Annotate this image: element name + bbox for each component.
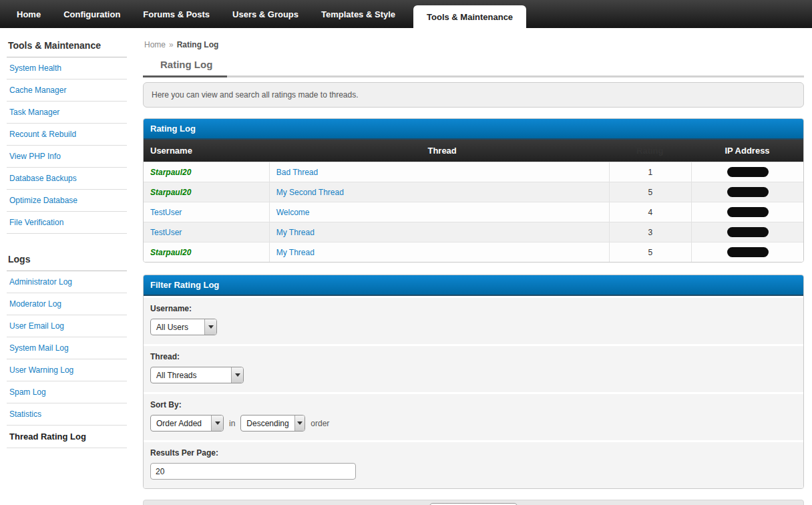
filter-row-username: Username: All Users xyxy=(144,298,803,344)
table-row: TestUser Welcome 4 xyxy=(144,202,803,222)
ip-redacted-bar xyxy=(727,187,769,197)
sidebar-item-database-backups[interactable]: Database Backups xyxy=(7,168,127,190)
thread-select-value: All Threads xyxy=(151,367,202,383)
ip-redacted-bar xyxy=(727,247,769,257)
rating-value: 4 xyxy=(609,202,692,222)
sidebar-item-thread-rating-log[interactable]: Thread Rating Log xyxy=(7,426,127,448)
breadcrumb-current: Rating Log xyxy=(177,40,219,49)
username-link[interactable]: TestUser xyxy=(150,208,182,217)
rating-value: 5 xyxy=(609,182,692,202)
nav-item-configuration[interactable]: Configuration xyxy=(52,0,132,28)
breadcrumb-separator: » xyxy=(169,40,174,49)
filter-row-thread: Thread: All Threads xyxy=(144,346,803,392)
rating-value: 3 xyxy=(609,222,692,242)
top-navigation: Home Configuration Forums & Posts Users … xyxy=(0,0,812,28)
nav-item-forums-posts[interactable]: Forums & Posts xyxy=(132,0,221,28)
table-row: Starpaul20 Bad Thread 1 xyxy=(144,162,803,182)
chevron-down-icon[interactable] xyxy=(294,415,305,431)
sidebar-item-spam-log[interactable]: Spam Log xyxy=(7,381,127,403)
sort-direction-select-value: Descending xyxy=(241,415,294,431)
sidebar-section-title-tools: Tools & Maintenance xyxy=(7,37,127,57)
table-row: TestUser My Thread 3 xyxy=(144,222,803,242)
sort-field-select[interactable]: Order Added xyxy=(150,415,224,432)
chevron-down-icon[interactable] xyxy=(204,319,216,335)
filter-rating-log-panel: Filter Rating Log Username: All Users Th… xyxy=(143,275,804,489)
chevron-down-icon[interactable] xyxy=(211,415,223,431)
form-submit-bar: Filter Rating Log xyxy=(143,500,804,505)
chevron-down-icon[interactable] xyxy=(231,367,243,383)
filter-row-sort: Sort By: Order Added in Descending order xyxy=(144,394,803,440)
sort-direction-select[interactable]: Descending xyxy=(240,415,305,432)
sort-field-select-value: Order Added xyxy=(151,415,207,431)
filter-panel-title: Filter Rating Log xyxy=(144,275,803,296)
sidebar-item-user-email-log[interactable]: User Email Log xyxy=(7,315,127,337)
rating-log-panel-title: Rating Log xyxy=(144,119,803,140)
thread-link[interactable]: My Thread xyxy=(276,248,315,257)
table-row: Starpaul20 My Thread 5 xyxy=(144,242,803,262)
main-content: Home»Rating Log Rating Log Here you can … xyxy=(134,28,812,505)
nav-item-templates-style[interactable]: Templates & Style xyxy=(310,0,407,28)
nav-item-home[interactable]: Home xyxy=(5,0,52,28)
page-description: Here you can view and search all ratings… xyxy=(143,82,804,108)
nav-item-users-groups[interactable]: Users & Groups xyxy=(221,0,310,28)
filter-row-results-per-page: Results Per Page: xyxy=(144,442,803,488)
breadcrumb: Home»Rating Log xyxy=(143,36,804,51)
username-label: Username: xyxy=(150,304,797,319)
sidebar-item-administrator-log[interactable]: Administrator Log xyxy=(7,271,127,293)
filter-rating-log-button[interactable]: Filter Rating Log xyxy=(429,503,517,505)
thread-link[interactable]: Bad Thread xyxy=(276,168,319,177)
sidebar-item-moderator-log[interactable]: Moderator Log xyxy=(7,293,127,315)
thread-link[interactable]: My Second Thread xyxy=(276,188,344,197)
column-header-ip-address: IP Address xyxy=(691,146,803,156)
username-select-value: All Users xyxy=(151,319,194,335)
sidebar-item-statistics[interactable]: Statistics xyxy=(7,403,127,426)
rating-log-panel: Rating Log Username Thread Rating IP Add… xyxy=(143,118,804,263)
sidebar-item-system-health[interactable]: System Health xyxy=(7,57,127,79)
column-header-username: Username xyxy=(144,146,269,156)
ip-redacted-bar xyxy=(727,227,769,237)
sort-conjunction-text: in xyxy=(229,419,235,428)
thread-link[interactable]: My Thread xyxy=(276,228,315,237)
sidebar-item-optimize-database[interactable]: Optimize Database xyxy=(7,190,127,212)
sidebar-item-file-verification[interactable]: File Verification xyxy=(7,212,127,234)
results-per-page-label: Results Per Page: xyxy=(150,448,797,463)
table-row: Starpaul20 My Second Thread 5 xyxy=(144,182,803,202)
column-header-thread: Thread xyxy=(269,146,609,156)
rating-value: 5 xyxy=(609,242,692,262)
username-select[interactable]: All Users xyxy=(150,319,217,335)
order-suffix-text: order xyxy=(311,419,329,428)
sidebar-item-view-php-info[interactable]: View PHP Info xyxy=(7,146,127,168)
sidebar-item-recount-rebuild[interactable]: Recount & Rebuild xyxy=(7,124,127,146)
sidebar-item-task-manager[interactable]: Task Manager xyxy=(7,102,127,124)
breadcrumb-home-link[interactable]: Home xyxy=(144,40,166,49)
sidebar-item-cache-manager[interactable]: Cache Manager xyxy=(7,79,127,102)
ip-redacted-bar xyxy=(727,167,769,177)
sidebar-spacer xyxy=(7,234,127,251)
ip-redacted-bar xyxy=(727,207,769,217)
sort-by-label: Sort By: xyxy=(150,400,797,415)
thread-label: Thread: xyxy=(150,352,797,367)
tab-rating-log[interactable]: Rating Log xyxy=(143,59,227,77)
sidebar: Tools & Maintenance System Health Cache … xyxy=(0,28,134,505)
rating-log-table-header: Username Thread Rating IP Address xyxy=(144,140,803,162)
page-tab-bar: Rating Log xyxy=(143,59,804,77)
username-link[interactable]: Starpaul20 xyxy=(150,168,191,177)
sidebar-item-system-mail-log[interactable]: System Mail Log xyxy=(7,337,127,359)
sidebar-section-title-logs: Logs xyxy=(7,251,127,271)
sidebar-item-user-warning-log[interactable]: User Warning Log xyxy=(7,359,127,381)
thread-select[interactable]: All Threads xyxy=(150,367,244,383)
username-link[interactable]: TestUser xyxy=(150,228,182,237)
username-link[interactable]: Starpaul20 xyxy=(150,248,191,257)
results-per-page-input[interactable] xyxy=(150,463,356,480)
thread-link[interactable]: Welcome xyxy=(276,208,310,217)
rating-value: 1 xyxy=(609,162,692,182)
username-link[interactable]: Starpaul20 xyxy=(150,188,191,197)
nav-item-tools-maintenance[interactable]: Tools & Maintenance xyxy=(413,5,526,28)
column-header-rating: Rating xyxy=(609,146,692,156)
